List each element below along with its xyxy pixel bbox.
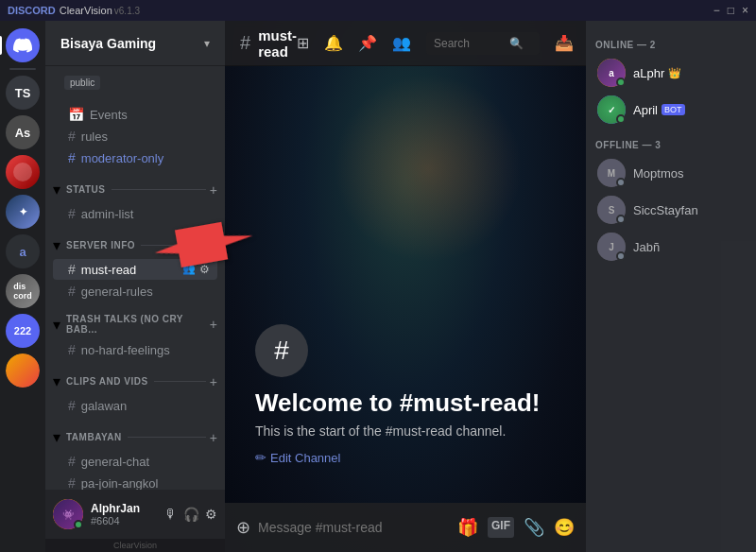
server-icon-discord[interactable] bbox=[6, 28, 40, 62]
public-badge: public bbox=[64, 76, 100, 90]
message-actions: 🎁 GIF 📎 😊 bbox=[457, 517, 575, 538]
gift-icon[interactable]: 🎁 bbox=[457, 517, 478, 538]
hash-icon: # bbox=[68, 454, 76, 469]
edit-channel-label: Edit Channel bbox=[270, 451, 340, 465]
channel-events[interactable]: 📅 Events bbox=[53, 104, 217, 125]
message-input[interactable] bbox=[258, 520, 450, 535]
hash-icon: # bbox=[68, 475, 76, 490]
user-avatar: 👾 bbox=[53, 499, 83, 529]
online-dot bbox=[616, 78, 626, 87]
channel-galawan[interactable]: # galawan bbox=[53, 395, 217, 416]
server-divider bbox=[9, 68, 36, 70]
category-add-icon[interactable]: + bbox=[210, 182, 217, 198]
emoji-icon[interactable]: 😊 bbox=[554, 517, 575, 538]
channel-rules[interactable]: # rules bbox=[53, 126, 217, 147]
member-avatar-alphr: a bbox=[597, 59, 626, 87]
member-jabn[interactable]: J Jabñ bbox=[590, 229, 752, 265]
hash-icon: # bbox=[68, 284, 76, 299]
settings-icon[interactable]: ⚙ bbox=[199, 263, 210, 276]
maximize-button[interactable]: □ bbox=[728, 4, 734, 17]
category-clips[interactable]: ▾ CLIPS AND VIDS + bbox=[45, 361, 225, 394]
server-list: TS As ✦ a discord 222 bbox=[0, 21, 45, 552]
channel-no-hard-feelings[interactable]: # no-hard-feelings bbox=[53, 339, 217, 360]
channel-moderator-only[interactable]: # moderator-only bbox=[53, 147, 217, 168]
member-avatar-jabn: J bbox=[597, 233, 626, 261]
offline-category-label: OFFLINE — 3 bbox=[586, 129, 756, 154]
category-tambayan[interactable]: ▾ TAMBAYAN + bbox=[45, 417, 225, 450]
server-icon-ts[interactable]: TS bbox=[6, 76, 40, 110]
member-avatar-sicc: S bbox=[597, 196, 626, 224]
minimize-button[interactable]: − bbox=[713, 4, 720, 17]
channel-hash-icon: # bbox=[240, 32, 250, 54]
user-controls: 🎙 🎧 ⚙ bbox=[164, 507, 217, 522]
server-icon-222[interactable]: 222 bbox=[6, 314, 40, 348]
search-box[interactable]: 🔍 bbox=[426, 32, 540, 55]
category-server-info[interactable]: ▾ SERVER INFO + bbox=[45, 225, 225, 258]
category-line bbox=[141, 245, 206, 246]
member-avatar-moptmos: M bbox=[597, 159, 626, 187]
server-icon-as[interactable]: As bbox=[6, 115, 40, 149]
add-message-icon[interactable]: ⊕ bbox=[236, 517, 250, 538]
header-actions: ⊞ 🔔 📌 👥 🔍 📥 ❓ bbox=[297, 32, 586, 55]
channel-sidebar: Bisaya Gaming ▾ public 📅 Events # rules … bbox=[45, 21, 225, 552]
channel-must-read[interactable]: # must-read 👥 ⚙ bbox=[53, 259, 217, 280]
category-add-icon[interactable]: + bbox=[210, 430, 217, 445]
titlebar: DISCORD ClearVision v6.1.3 − □ × bbox=[0, 0, 756, 21]
member-moptmos[interactable]: M Moptmos bbox=[590, 155, 752, 191]
user-info: 👾 AlphrJan #6604 🎙 🎧 ⚙ bbox=[45, 490, 225, 539]
category-add-icon[interactable]: + bbox=[210, 317, 217, 332]
hash-icon: # bbox=[68, 150, 76, 165]
threads-icon[interactable]: ⊞ bbox=[297, 34, 309, 52]
close-button[interactable]: × bbox=[742, 4, 748, 17]
theme-name: ClearVision bbox=[60, 5, 112, 16]
category-add-icon[interactable]: + bbox=[210, 374, 217, 389]
branding: ClearVision bbox=[45, 539, 225, 552]
settings-icon[interactable]: ⚙ bbox=[205, 507, 217, 522]
welcome-hash-icon: # bbox=[255, 324, 308, 377]
server-header[interactable]: Bisaya Gaming ▾ bbox=[45, 21, 225, 66]
channel-name: must-read bbox=[258, 27, 297, 60]
inbox-icon[interactable]: 📥 bbox=[555, 34, 574, 52]
search-input[interactable] bbox=[434, 37, 509, 50]
mute-icon[interactable]: 🎙 bbox=[164, 507, 178, 522]
sticker-icon[interactable]: 📎 bbox=[524, 517, 544, 538]
server-icon-extra[interactable] bbox=[6, 354, 40, 388]
notifications-icon[interactable]: 🔔 bbox=[324, 34, 343, 52]
pin-icon[interactable]: 📌 bbox=[358, 34, 377, 52]
gif-icon[interactable]: GIF bbox=[488, 517, 514, 538]
server-icon-discord2[interactable]: discord bbox=[6, 274, 40, 308]
server-name: Bisaya Gaming bbox=[60, 36, 204, 51]
username: AlphrJan bbox=[91, 502, 164, 515]
welcome-subtitle: This is the start of the #must-read chan… bbox=[255, 423, 506, 439]
channel-general-chat[interactable]: # general-chat bbox=[53, 451, 217, 472]
member-april[interactable]: ✓ April BOT bbox=[590, 92, 752, 128]
members-icon[interactable]: 👥 bbox=[392, 34, 411, 52]
category-trash-talks[interactable]: ▾ TRASH TALKS (NO CRY BAB... + bbox=[45, 302, 225, 338]
hash-icon: # bbox=[68, 342, 76, 357]
channel-pa-join-angkol[interactable]: # pa-join-angkol bbox=[53, 473, 217, 490]
channel-general-rules[interactable]: # general-rules bbox=[53, 281, 217, 302]
category-label: CLIPS AND VIDS bbox=[60, 376, 154, 387]
server-icon-a[interactable]: a bbox=[6, 234, 40, 268]
edit-channel-link[interactable]: ✏ Edit Channel bbox=[255, 450, 340, 465]
pencil-icon: ✏ bbox=[255, 450, 266, 465]
deafen-icon[interactable]: 🎧 bbox=[183, 507, 199, 522]
status-dot bbox=[74, 520, 83, 529]
channel-admin-list[interactable]: # admin-list bbox=[53, 203, 217, 224]
category-status[interactable]: ▾ STATUS + bbox=[45, 169, 225, 202]
member-alphr[interactable]: a aLphr 👑 bbox=[590, 55, 752, 91]
offline-dot bbox=[616, 178, 626, 187]
category-label: TRASH TALKS (NO CRY BAB... bbox=[60, 314, 206, 335]
members-sidebar: ONLINE — 2 a aLphr 👑 ✓ April BOT OFFLINE… bbox=[586, 21, 756, 552]
server-icon-red[interactable] bbox=[6, 155, 40, 189]
server-icon-blue[interactable]: ✦ bbox=[6, 195, 40, 229]
hash-icon: # bbox=[68, 262, 76, 277]
chat-area: # Welcome to #must-read! This is the sta… bbox=[225, 66, 586, 503]
app-version: v6.1.3 bbox=[114, 6, 140, 16]
online-category-label: ONLINE — 2 bbox=[586, 28, 756, 54]
member-siccstayfan[interactable]: S SiccStayfan bbox=[590, 192, 752, 228]
user-details: AlphrJan #6604 bbox=[91, 502, 164, 526]
category-add-icon[interactable]: + bbox=[210, 238, 217, 253]
main-layout: TS As ✦ a discord 222 Bisaya Gaming ▾ pu… bbox=[0, 21, 756, 552]
members-icon[interactable]: 👥 bbox=[182, 263, 196, 276]
